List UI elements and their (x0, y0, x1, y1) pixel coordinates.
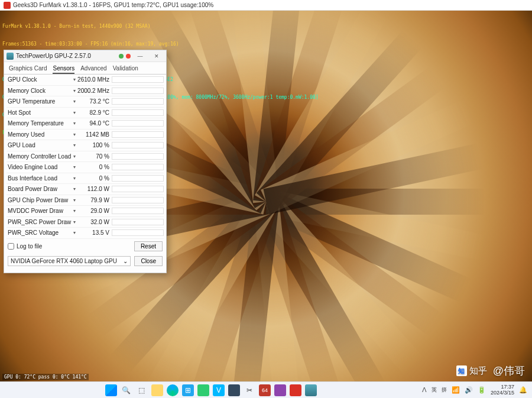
task-view-icon[interactable]: ⬚ (136, 384, 148, 396)
sensor-value: 73.2 °C (77, 98, 112, 105)
sensor-label: Memory Temperature (7, 120, 72, 127)
sensor-bar (112, 164, 164, 170)
sensor-row: GPU Load▾100 % (7, 140, 164, 151)
chevron-down-icon[interactable]: ▾ (72, 198, 77, 203)
notifications-icon[interactable]: 🔔 (519, 386, 527, 394)
sensor-row: PWR_SRC Power Draw▾32.0 W (7, 217, 164, 228)
furmark-taskbar-icon[interactable] (290, 384, 301, 396)
chevron-down-icon[interactable]: ▾ (72, 121, 77, 126)
edge-icon[interactable] (167, 384, 179, 396)
ime-lang1[interactable]: 英 (432, 386, 437, 394)
status-pill-green (119, 54, 124, 59)
sensor-label: Video Engine Load (7, 164, 72, 170)
store-icon[interactable]: ⊞ (182, 384, 194, 396)
app3-icon[interactable] (228, 384, 240, 396)
chevron-down-icon[interactable]: ▾ (72, 208, 77, 213)
sensor-bar (112, 109, 164, 116)
gpu-select-value: NVIDIA GeForce RTX 4060 Laptop GPU (11, 258, 117, 264)
sensor-label: Memory Clock (7, 88, 72, 94)
taskbar-clock[interactable]: 17:37 2024/3/15 (491, 384, 514, 396)
gpuz-footer-log: Log to file Reset (4, 239, 166, 254)
sensor-row: Memory Controller Load▾70 % (7, 151, 164, 163)
start-button[interactable] (105, 384, 117, 396)
sensor-bar (112, 229, 164, 236)
sensor-bar (112, 88, 164, 94)
sensor-value: 29.0 W (77, 208, 112, 214)
chevron-down-icon[interactable]: ▾ (72, 186, 77, 192)
gpu-select-dropdown[interactable]: NVIDIA GeForce RTX 4060 Laptop GPU ⌄ (8, 256, 131, 266)
app-titlebar: Geeks3D FurMark v1.38.1.0 - 16FPS, GPU1 … (0, 0, 532, 11)
chevron-down-icon[interactable]: ▾ (72, 143, 77, 148)
sensor-label: Board Power Draw (7, 186, 72, 192)
chevron-down-icon[interactable]: ▾ (72, 154, 77, 159)
sensor-row: Video Engine Load▾0 % (7, 162, 164, 173)
app-title: Geeks3D FurMark v1.38.1.0 - 16FPS, GPU1 … (13, 2, 213, 8)
taskbar-tray: ᐱ 英 拼 📶 🔊 🔋 17:37 2024/3/15 🔔 (422, 384, 532, 396)
sensor-bar (112, 76, 164, 83)
tab-graphics-card[interactable]: Graphics Card (9, 64, 47, 74)
sensor-label: MVDDC Power Draw (7, 208, 72, 214)
chevron-down-icon[interactable]: ▾ (72, 164, 77, 170)
tab-validation[interactable]: Validation (113, 64, 138, 74)
minimize-button[interactable]: — (133, 51, 147, 61)
sensor-bar (112, 131, 164, 138)
sensor-row: GPU Chip Power Draw▾79.9 W (7, 195, 164, 206)
gpuz-footer-select: NVIDIA GeForce RTX 4060 Laptop GPU ⌄ Clo… (4, 254, 166, 268)
sensor-label: PWR_SRC Power Draw (7, 219, 72, 225)
sensor-value: 2000.2 MHz (77, 88, 112, 94)
sensor-value: 1142 MB (77, 131, 112, 138)
close-button[interactable]: ✕ (150, 51, 164, 61)
snip-icon[interactable]: ✂ (244, 384, 255, 396)
chevron-down-icon[interactable]: ▾ (72, 77, 77, 82)
wifi-icon[interactable]: 📶 (452, 386, 460, 394)
sensor-bar (112, 120, 164, 127)
tab-sensors[interactable]: Sensors (53, 64, 74, 74)
sensor-row: MVDDC Power Draw▾29.0 W (7, 206, 164, 217)
windows-taskbar[interactable]: 🔍 ⬚ ⊞ V ✂ 64 ᐱ 英 拼 📶 🔊 🔋 17:37 2024/3/15… (0, 381, 532, 398)
sensor-row: Hot Spot▾82.9 °C (7, 108, 164, 119)
sensor-bar (112, 208, 164, 214)
sensor-label: GPU Temperature (7, 98, 72, 105)
chevron-down-icon[interactable]: ▾ (72, 88, 77, 93)
sensor-bar (112, 219, 164, 225)
tab-advanced[interactable]: Advanced (80, 64, 106, 74)
chevron-down-icon[interactable]: ▾ (72, 99, 77, 104)
chevron-down-icon[interactable]: ▾ (72, 176, 77, 181)
battery-icon[interactable]: 🔋 (478, 386, 486, 394)
volume-icon[interactable]: 🔊 (465, 386, 473, 394)
app2-icon[interactable]: V (213, 384, 225, 396)
clock-date: 2024/3/15 (491, 390, 514, 396)
ime-lang2[interactable]: 拼 (442, 386, 447, 394)
chevron-down-icon[interactable]: ▾ (72, 219, 77, 225)
sensor-bar (112, 153, 164, 160)
sensor-value: 0 % (77, 175, 112, 182)
sensor-value: 100 % (77, 142, 112, 148)
gpuz-taskbar-icon[interactable] (305, 384, 317, 396)
gpuz-titlebar[interactable]: TechPowerUp GPU-Z 2.57.0 — ✕ (4, 50, 166, 62)
close-panel-button[interactable]: Close (134, 256, 163, 266)
sensor-label: GPU Chip Power Draw (7, 197, 72, 203)
gpuz-app-icon (7, 53, 14, 60)
explorer-icon[interactable] (151, 384, 163, 396)
log-to-file-checkbox[interactable] (8, 243, 14, 250)
chevron-down-icon[interactable]: ▾ (72, 230, 77, 235)
sensor-bar (112, 197, 164, 203)
sensor-label: PWR_SRC Voltage (7, 229, 72, 236)
sensor-row: Memory Clock▾2000.2 MHz (7, 86, 164, 97)
sensor-row: PWR_SRC Voltage▾13.5 V (7, 228, 164, 239)
chevron-down-icon[interactable]: ▾ (72, 110, 77, 115)
zhihu-watermark: 知知乎 @伟哥 (456, 364, 525, 378)
sensor-value: 2610.0 MHz (77, 76, 112, 83)
tray-expand-icon[interactable]: ᐱ (422, 386, 427, 394)
search-icon[interactable]: 🔍 (121, 384, 132, 396)
app5-icon[interactable] (274, 384, 286, 396)
gpuz-window[interactable]: TechPowerUp GPU-Z 2.57.0 — ✕ Graphics Ca… (4, 50, 167, 273)
reset-button[interactable]: Reset (134, 241, 163, 251)
sensor-row: GPU Temperature▾73.2 °C (7, 96, 164, 108)
app1-icon[interactable] (197, 384, 209, 396)
aida64-icon[interactable]: 64 (259, 384, 271, 396)
sensor-value: 94.0 °C (77, 120, 112, 127)
status-pill-red (126, 54, 131, 59)
sensor-value: 70 % (77, 153, 112, 160)
chevron-down-icon[interactable]: ▾ (72, 132, 77, 137)
